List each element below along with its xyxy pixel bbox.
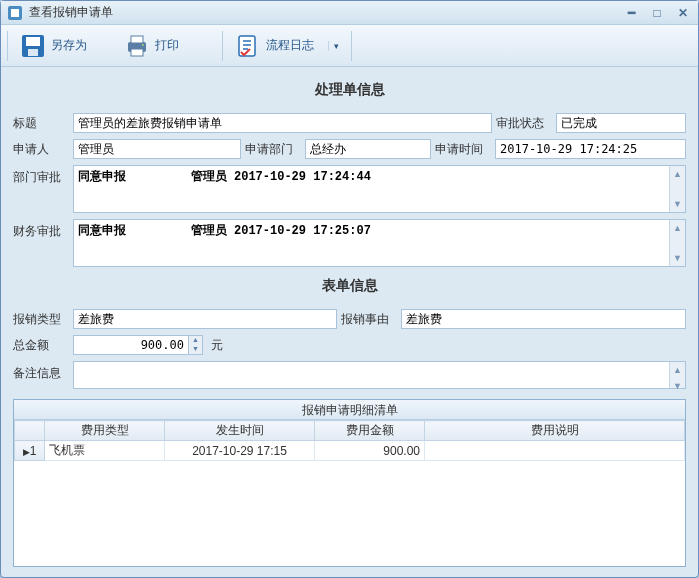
- label-applicant: 申请人: [13, 141, 69, 158]
- field-remark[interactable]: ▲ ▼: [73, 361, 686, 389]
- amount-spinner[interactable]: ▲ ▼: [189, 335, 203, 355]
- content-area: 处理单信息 标题 管理员的差旅费报销申请单 审批状态 已完成 申请人 管理员 申…: [1, 67, 698, 577]
- label-apply-time: 申请时间: [435, 141, 491, 158]
- close-button[interactable]: ✕: [674, 6, 692, 20]
- table-row[interactable]: ▶1 飞机票 2017-10-29 17:15 900.00: [15, 441, 685, 461]
- field-apply-dept[interactable]: 总经办: [305, 139, 431, 159]
- table-header-row: 费用类型 发生时间 费用金额 费用说明: [15, 421, 685, 441]
- label-dept-approve: 部门审批: [13, 165, 69, 186]
- saveas-button[interactable]: 另存为: [12, 28, 114, 64]
- cell-type: 飞机票: [45, 441, 165, 461]
- svg-rect-7: [131, 49, 143, 56]
- log-icon: [234, 32, 262, 60]
- cell-amount: 900.00: [315, 441, 425, 461]
- svg-rect-6: [131, 36, 143, 43]
- detail-panel: 报销申请明细清单 费用类型 发生时间 费用金额 费用说明 ▶1: [13, 399, 686, 567]
- app-window: 查看报销申请单 ━ □ ✕ 另存为 打印 流程日志 ▾: [0, 0, 699, 578]
- detail-caption: 报销申请明细清单: [14, 400, 685, 420]
- label-remark: 备注信息: [13, 361, 69, 382]
- col-time[interactable]: 发生时间: [165, 421, 315, 441]
- field-reimburse-reason[interactable]: 差旅费: [401, 309, 686, 329]
- col-type[interactable]: 费用类型: [45, 421, 165, 441]
- cell-desc: [425, 441, 685, 461]
- label-total-amount: 总金额: [13, 337, 69, 354]
- label-reimburse-reason: 报销事由: [341, 311, 397, 328]
- label-title: 标题: [13, 115, 69, 132]
- saveas-label: 另存为: [51, 37, 107, 54]
- spin-up-icon[interactable]: ▲: [189, 336, 202, 345]
- field-approval-status[interactable]: 已完成: [556, 113, 686, 133]
- section-form-info: 表单信息: [13, 273, 686, 303]
- finance-approve-text: 同意申报 管理员 2017-10-29 17:25:07: [78, 224, 371, 238]
- scroll-up-icon[interactable]: ▲: [670, 362, 685, 378]
- toolbar: 另存为 打印 流程日志 ▾: [1, 25, 698, 67]
- finance-approve-scrollbar[interactable]: ▲ ▼: [669, 220, 685, 266]
- processlog-dropdown[interactable]: ▾: [328, 41, 340, 51]
- svg-rect-4: [28, 49, 38, 56]
- spin-down-icon[interactable]: ▼: [189, 345, 202, 354]
- col-amount[interactable]: 费用金额: [315, 421, 425, 441]
- print-icon: [123, 32, 151, 60]
- label-finance-approve: 财务审批: [13, 219, 69, 240]
- remark-scrollbar[interactable]: ▲ ▼: [669, 362, 685, 388]
- scroll-down-icon[interactable]: ▼: [670, 196, 685, 212]
- label-approval-status: 审批状态: [496, 115, 552, 132]
- dept-approve-scrollbar[interactable]: ▲ ▼: [669, 166, 685, 212]
- scroll-up-icon[interactable]: ▲: [670, 166, 685, 182]
- field-dept-approve[interactable]: 同意申报 管理员 2017-10-29 17:24:44 ▲ ▼: [73, 165, 686, 213]
- scroll-down-icon[interactable]: ▼: [670, 378, 685, 394]
- scroll-down-icon[interactable]: ▼: [670, 250, 685, 266]
- label-reimburse-type: 报销类型: [13, 311, 69, 328]
- scroll-up-icon[interactable]: ▲: [670, 220, 685, 236]
- processlog-button[interactable]: 流程日志 ▾: [227, 28, 347, 64]
- field-apply-time[interactable]: 2017-10-29 17:24:25: [495, 139, 686, 159]
- label-apply-dept: 申请部门: [245, 141, 301, 158]
- field-finance-approve[interactable]: 同意申报 管理员 2017-10-29 17:25:07 ▲ ▼: [73, 219, 686, 267]
- print-label: 打印: [155, 37, 211, 54]
- window-title: 查看报销申请单: [29, 4, 622, 21]
- col-idx[interactable]: [15, 421, 45, 441]
- currency-unit: 元: [211, 337, 223, 354]
- svg-rect-1: [11, 9, 19, 17]
- svg-rect-3: [26, 37, 40, 46]
- field-applicant[interactable]: 管理员: [73, 139, 241, 159]
- field-title[interactable]: 管理员的差旅费报销申请单: [73, 113, 492, 133]
- save-icon: [19, 32, 47, 60]
- minimize-button[interactable]: ━: [622, 6, 640, 20]
- svg-point-8: [142, 44, 144, 46]
- app-icon: [7, 5, 23, 21]
- dept-approve-text: 同意申报 管理员 2017-10-29 17:24:44: [78, 170, 371, 184]
- maximize-button[interactable]: □: [648, 6, 666, 20]
- processlog-label: 流程日志: [266, 37, 322, 54]
- detail-table[interactable]: 费用类型 发生时间 费用金额 费用说明 ▶1 飞机票 2017-10-29 17…: [14, 420, 685, 461]
- table-empty-area: [14, 461, 685, 566]
- print-button[interactable]: 打印: [116, 28, 218, 64]
- titlebar: 查看报销申请单 ━ □ ✕: [1, 1, 698, 25]
- field-reimburse-type[interactable]: 差旅费: [73, 309, 337, 329]
- row-indicator: ▶1: [15, 441, 45, 461]
- field-total-amount[interactable]: 900.00: [73, 335, 189, 355]
- col-desc[interactable]: 费用说明: [425, 421, 685, 441]
- section-processing-info: 处理单信息: [13, 77, 686, 107]
- cell-time: 2017-10-29 17:15: [165, 441, 315, 461]
